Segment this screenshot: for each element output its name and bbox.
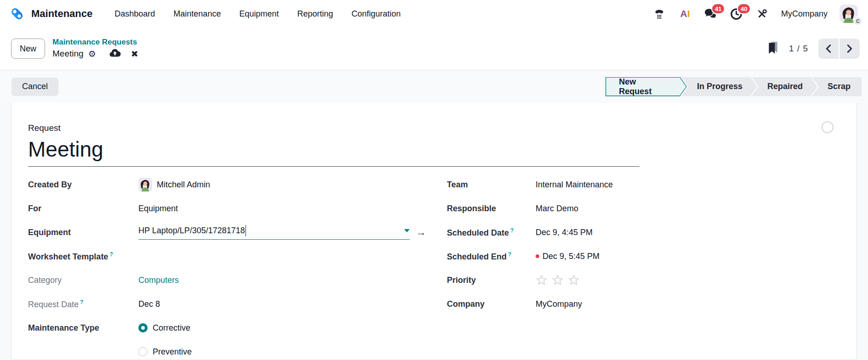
priority-label: Priority xyxy=(447,276,536,285)
star-1-icon[interactable] xyxy=(536,274,548,286)
radio-preventive[interactable] xyxy=(138,347,148,356)
app-logo-icon[interactable] xyxy=(9,6,25,22)
breadcrumb: Maintenance Requests Meeting ⚙ ✖ xyxy=(52,38,138,60)
gear-icon[interactable]: ⚙ xyxy=(88,50,96,58)
main-menu: Dashboard Maintenance Equipment Reportin… xyxy=(114,9,400,19)
company-value[interactable]: MyCompany xyxy=(536,299,582,309)
menu-reporting[interactable]: Reporting xyxy=(297,9,333,19)
radio-corrective-label[interactable]: Corrective xyxy=(153,323,190,333)
pager-next-button[interactable] xyxy=(839,39,860,59)
scheduled-end-row: Scheduled End? Dec 9, 5:45 PM xyxy=(447,244,840,268)
scheduled-end-value[interactable]: Dec 9, 5:45 PM xyxy=(542,252,600,261)
save-cloud-icon[interactable] xyxy=(109,48,121,60)
status-step-new-request[interactable]: New Request New Request xyxy=(605,77,687,96)
tools-icon[interactable] xyxy=(755,7,769,21)
scheduled-date-label: Scheduled Date? xyxy=(447,227,536,238)
control-panel: New Maintenance Requests Meeting ⚙ ✖ xyxy=(0,28,868,70)
voip-phone-icon[interactable] xyxy=(652,7,666,21)
radio-preventive-label[interactable]: Preventive xyxy=(153,347,192,357)
bookmark-icon[interactable] xyxy=(767,41,779,56)
category-value-link[interactable]: Computers xyxy=(138,276,179,285)
equipment-row: Equipment HP Laptop/LP/305/17281718 → xyxy=(28,220,442,244)
scheduled-end-help-icon[interactable]: ? xyxy=(508,251,511,258)
status-step-repaired[interactable]: Repaired xyxy=(752,77,817,96)
category-row: Category Computers xyxy=(28,268,442,292)
star-2-icon[interactable] xyxy=(552,274,564,286)
statusbar: New Request New Request In Progress Repa… xyxy=(605,77,862,96)
new-button[interactable]: New xyxy=(11,39,45,59)
top-navbar: Maintenance Dashboard Maintenance Equipm… xyxy=(0,0,868,28)
request-date-row: Request Date? Dec 8 xyxy=(28,292,442,316)
for-value[interactable]: Equipment xyxy=(138,204,178,214)
for-label: For xyxy=(28,204,138,214)
activities-badge: 40 xyxy=(737,3,751,14)
scheduled-date-row: Scheduled Date? Dec 9, 4:45 PM xyxy=(447,220,840,244)
menu-maintenance[interactable]: Maintenance xyxy=(173,9,221,19)
responsible-row: Responsible Marc Demo xyxy=(447,197,840,220)
form-left-column: Created By Mitchell Admin xyxy=(28,173,442,360)
pager-count: 1 / 5 xyxy=(789,44,808,54)
request-date-value: Dec 8 xyxy=(138,299,160,309)
worksheet-template-row: Worksheet Template? xyxy=(28,244,442,268)
control-panel-right: 1 / 5 xyxy=(767,39,860,59)
scheduled-date-value[interactable]: Dec 9, 4:45 PM xyxy=(536,228,593,237)
user-menu[interactable]: C xyxy=(839,5,860,23)
request-date-label: Request Date? xyxy=(28,299,138,309)
created-by-value[interactable]: Mitchell Admin xyxy=(157,180,210,190)
scheduled-date-help-icon[interactable]: ? xyxy=(510,227,514,234)
menu-dashboard[interactable]: Dashboard xyxy=(114,9,155,19)
maintenance-type-row: Maintenance Type Corrective xyxy=(28,316,442,340)
request-title-input[interactable]: Meeting xyxy=(28,137,640,167)
status-step-scrap[interactable]: Scrap xyxy=(812,77,862,96)
equipment-internal-link-arrow-icon[interactable]: → xyxy=(416,226,426,238)
messages-icon[interactable]: 41 xyxy=(704,7,718,21)
maintenance-type-row-2: Preventive xyxy=(28,340,442,360)
equipment-value: HP Laptop/LP/305/17281718 xyxy=(138,226,245,236)
breadcrumb-current: Meeting xyxy=(52,49,84,59)
breadcrumb-parent-link[interactable]: Maintenance Requests xyxy=(52,38,138,47)
ai-icon[interactable]: AI xyxy=(678,7,692,21)
equipment-dropdown-caret-icon[interactable] xyxy=(404,229,410,232)
discard-x-icon[interactable]: ✖ xyxy=(131,49,138,59)
app-name[interactable]: Maintenance xyxy=(31,8,92,20)
text-cursor xyxy=(246,225,246,236)
request-date-help-icon[interactable]: ? xyxy=(80,299,83,305)
request-field-label: Request xyxy=(28,123,61,133)
created-by-row: Created By Mitchell Admin xyxy=(28,173,442,197)
responsible-value[interactable]: Marc Demo xyxy=(536,204,578,214)
category-label: Category xyxy=(28,276,138,285)
maintenance-type-label: Maintenance Type xyxy=(28,323,138,333)
pager-prev-button[interactable] xyxy=(818,39,839,59)
team-value[interactable]: Internal Maintenance xyxy=(536,180,613,190)
team-label: Team xyxy=(447,180,536,190)
form-sheet: Request Meeting Created By xyxy=(11,103,857,360)
messages-badge: 41 xyxy=(711,3,725,14)
created-by-avatar xyxy=(138,178,152,191)
worksheet-template-label: Worksheet Template? xyxy=(28,251,138,262)
systray: AI 41 40 MyCompany xyxy=(652,5,860,23)
cancel-button[interactable]: Cancel xyxy=(11,78,58,96)
status-step-in-progress[interactable]: In Progress xyxy=(681,77,757,96)
menu-equipment[interactable]: Equipment xyxy=(239,9,279,19)
pager xyxy=(818,39,860,59)
radio-corrective[interactable] xyxy=(138,323,148,332)
team-row: Team Internal Maintenance xyxy=(447,173,840,197)
priority-row: Priority xyxy=(447,268,840,292)
responsible-label: Responsible xyxy=(447,204,536,214)
scheduled-end-label: Scheduled End? xyxy=(447,251,536,262)
company-switcher[interactable]: MyCompany xyxy=(781,9,828,19)
activity-state-circle[interactable] xyxy=(822,121,834,133)
action-bar: Cancel New Request New Request In Progre… xyxy=(0,70,868,103)
worksheet-help-icon[interactable]: ? xyxy=(109,251,113,258)
status-step-new-request-label: New Request xyxy=(606,78,686,96)
created-by-label: Created By xyxy=(28,180,138,190)
menu-configuration[interactable]: Configuration xyxy=(352,9,401,19)
priority-stars xyxy=(536,274,580,286)
equipment-input[interactable]: HP Laptop/LP/305/17281718 xyxy=(138,225,410,240)
avatar-sub-badge: C xyxy=(853,17,862,26)
star-3-icon[interactable] xyxy=(568,274,580,286)
activities-clock-icon[interactable]: 40 xyxy=(730,7,743,21)
save-discard-group: ✖ xyxy=(109,48,138,60)
form-view-background: Request Meeting Created By xyxy=(0,103,868,360)
modified-red-dot xyxy=(536,254,539,258)
